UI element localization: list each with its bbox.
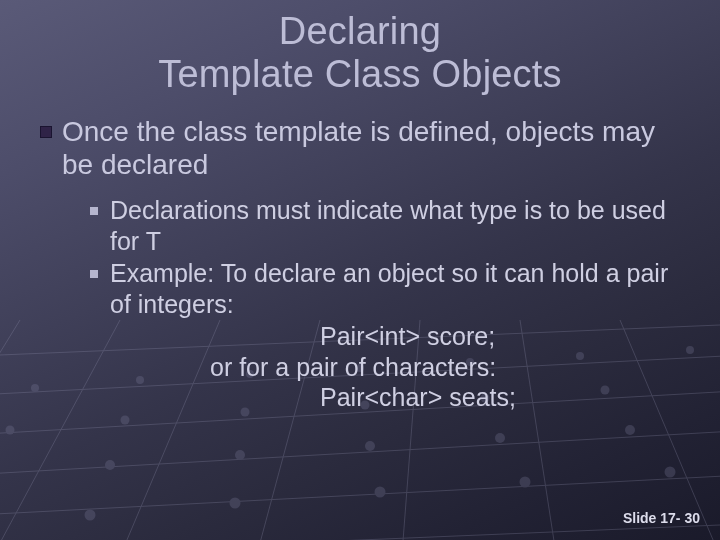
sub-bullet-1-text: Declarations must indicate what type is … [110, 195, 690, 256]
sub-bullet-list: Declarations must indicate what type is … [90, 195, 690, 413]
main-bullet-text: Once the class template is defined, obje… [62, 115, 690, 181]
slide-number: Slide 17- 30 [623, 510, 700, 526]
bullet-square-small-icon [90, 207, 98, 215]
slide-title: Declaring Template Class Objects [30, 10, 690, 95]
code-example-2: Pair<char> seats; [320, 382, 690, 413]
sub-bullet-2: Example: To declare an object so it can … [90, 258, 690, 319]
or-text: or for a pair of characters: [210, 352, 690, 383]
main-bullet: Once the class template is defined, obje… [40, 115, 690, 181]
title-line-1: Declaring [279, 10, 441, 52]
sub-bullet-1: Declarations must indicate what type is … [90, 195, 690, 256]
bullet-square-icon [40, 126, 52, 138]
sub-bullet-2-text: Example: To declare an object so it can … [110, 258, 690, 319]
slide: Declaring Template Class Objects Once th… [0, 0, 720, 540]
code-example-1: Pair<int> score; [320, 321, 690, 352]
bullet-square-small-icon [90, 270, 98, 278]
title-line-2: Template Class Objects [158, 53, 562, 95]
